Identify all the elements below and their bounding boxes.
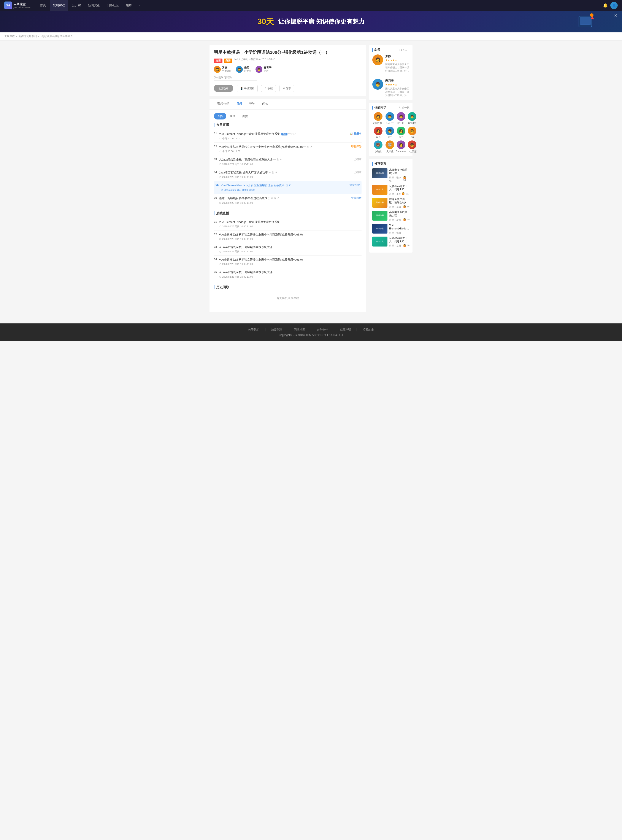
- svg-point-3: [590, 14, 593, 17]
- lesson-link[interactable]: Vue Element+Node.js开发企业通用管理后台系统: [221, 184, 282, 187]
- lesson-time: ⏱2020/02/26 周四 10:00-11:00: [219, 275, 361, 278]
- rec-teacher-4: 讲师：张田: [389, 231, 401, 234]
- classmate-6[interactable]: 👩 1867**: [396, 127, 406, 139]
- sub-tabs: 直播 录播 面授: [214, 113, 361, 119]
- lesson-time: ⏱2020/02/26 周四 10:00-11:00: [219, 176, 352, 179]
- classmate-11[interactable]: 👦 qq_天蓬: [408, 141, 416, 153]
- footer-link-partner[interactable]: 合作伙伴: [317, 328, 328, 331]
- course-meta: 246人已学习 · 有效期至: 2019-10-21: [234, 58, 276, 61]
- edit-icon[interactable]: ✏: [303, 145, 306, 148]
- rec-item-0[interactable]: 高级电商 高级电商全线系统大课 讲师：张小锋 🙋 34: [372, 168, 410, 182]
- edit-icon[interactable]: ✏: [282, 183, 285, 187]
- lesson-title: Vue Element+Node.js开发企业通用管理后台系统: [219, 220, 361, 224]
- footer-link-about[interactable]: 关于我们: [248, 328, 259, 331]
- tab-review[interactable]: 评论: [246, 99, 259, 109]
- classmate-avatar-9: 🐺: [386, 141, 394, 149]
- clock-icon: ⏱: [219, 202, 221, 204]
- history-title: 历史回顾: [214, 285, 361, 289]
- footer-link-sitemap[interactable]: 网站地图: [294, 328, 305, 331]
- teacher-card-0: 👩 罗静 ★★★★☆ 国内某重点大学安全工程专业硕士，国家一级注册消防工程师、注…: [372, 55, 410, 76]
- lesson-status[interactable]: 查看回放: [347, 183, 360, 187]
- classmate-0[interactable]: 👩 化学教书...: [372, 112, 384, 125]
- collect-button[interactable]: ☆ 收藏: [261, 85, 276, 92]
- nav-news[interactable]: 新闻资讯: [85, 0, 103, 11]
- teacher-card-info-1: 宋利坚 ★★★★☆ 国内某重点大学安全工程专业硕士，国家一级注册消防工程师、注册…: [385, 79, 410, 97]
- edit-icon[interactable]: ✏: [269, 171, 271, 174]
- share-icon[interactable]: ↗: [277, 196, 279, 200]
- refresh-classmates-button[interactable]: ↻ 换一换: [399, 106, 410, 110]
- subtab-offline[interactable]: 面授: [239, 113, 252, 119]
- copy-icon[interactable]: ⎘: [291, 132, 293, 136]
- rec-item-2[interactable]: 前端全栈 前端全栈加强版！前端全栈+全周期+多维应用 讲师：岳田 🙋 56: [372, 198, 410, 208]
- logo[interactable]: 云朵 云朵课堂 yundouketan.com: [4, 2, 30, 9]
- lesson-time: ⏱2020/02/26 周四 10:00-11:00: [219, 263, 361, 266]
- classmate-2[interactable]: 👧 张小田: [396, 112, 406, 125]
- lesson-item: 06 跟随千万级项目从0到100全过程高效成长 ✏ ⎘ ↗ ⏱2020/02/2…: [214, 194, 361, 207]
- nav-open[interactable]: 公开课: [69, 0, 84, 11]
- tab-intro[interactable]: 课程介绍: [214, 99, 233, 109]
- edit-icon[interactable]: ✏: [288, 132, 291, 136]
- footer-link-recruit[interactable]: 招贤纳士: [363, 328, 374, 331]
- share-icon[interactable]: ↗: [279, 158, 282, 161]
- subtab-record[interactable]: 录播: [226, 113, 239, 119]
- prev-teacher-button[interactable]: ‹: [399, 48, 399, 52]
- classmate-1[interactable]: 👦 1567**: [386, 112, 394, 125]
- rec-item-5[interactable]: Java工具 玩转Java开发工具，精通JUC，成为开发多面手 讲师：岳田 🙋 …: [372, 237, 410, 247]
- copy-icon[interactable]: ⎘: [286, 183, 287, 187]
- footer-link-agent[interactable]: 加盟代理: [271, 328, 282, 331]
- tab-catalog[interactable]: 目录: [233, 99, 246, 109]
- teachers-panel: 名师 ‹ 1 / 10 › 👩 罗静 ★★★★☆ 国内某重点大学安全工程专业硕士…: [369, 45, 413, 100]
- lesson-title: Vue全家桶实战 从零独立开发企业级小米电商系统(免费升级Vue3.0): [219, 258, 361, 262]
- classmate-3[interactable]: 👨 Charles: [408, 112, 416, 125]
- breadcrumb-link-1[interactable]: 新媒体营销系列: [18, 35, 37, 38]
- nav-discover[interactable]: 发现课程: [50, 0, 68, 11]
- classmate-10[interactable]: 👩 Summers: [396, 141, 406, 153]
- banner-decoration: [577, 12, 596, 31]
- lesson-num: 03: [214, 245, 219, 249]
- buy-button[interactable]: 已购买: [214, 85, 233, 92]
- classmate-8[interactable]: 🐻 小熊熊: [372, 141, 384, 153]
- nav-home[interactable]: 首页: [37, 0, 49, 11]
- classmate-avatar-7: 👨: [408, 127, 416, 135]
- footer-link-disclaimer[interactable]: 免责声明: [340, 328, 351, 331]
- share-icon[interactable]: ↗: [288, 183, 291, 187]
- edit-icon[interactable]: ✏: [273, 158, 276, 161]
- nav-right: 🔔 👤: [603, 2, 618, 9]
- lesson-status[interactable]: 查看回放: [349, 196, 361, 200]
- lesson-item: 02 Vue全家桶实战 从零独立开发企业级小米电商系统(免费升级Vue3.0) …: [214, 143, 361, 156]
- teacher-card-1: 👨 宋利坚 ★★★★☆ 国内某重点大学安全工程专业硕士，国家一级注册消防工程师、…: [372, 79, 410, 97]
- empty-history: 暂无历史回顾课程: [214, 292, 361, 304]
- subtab-live[interactable]: 直播: [214, 113, 226, 119]
- mobile-watch-button[interactable]: 📱 手机观看: [237, 85, 258, 92]
- teacher-page-indicator: 1 / 10: [401, 48, 407, 52]
- nav-exam[interactable]: 题库: [123, 0, 135, 11]
- banner-close[interactable]: ✕: [614, 13, 618, 18]
- share-icon[interactable]: ↗: [309, 145, 312, 148]
- copy-icon[interactable]: ⎘: [274, 196, 276, 200]
- classmate-4[interactable]: 👩 1767**: [372, 127, 384, 139]
- share-button[interactable]: ⟲ 分享: [279, 85, 294, 92]
- classmate-5[interactable]: 👦 1567**: [386, 127, 394, 139]
- classmate-7[interactable]: 👨 Bill: [408, 127, 416, 139]
- edit-icon[interactable]: ✏: [271, 196, 274, 200]
- notification-bell[interactable]: 🔔: [603, 3, 608, 8]
- rec-item-3[interactable]: 高级电商 高级电商全线系统大课 讲师：冷峰 🙋 40: [372, 211, 410, 221]
- rec-panel-title: 推荐课程: [372, 162, 386, 166]
- lesson-status[interactable]: 📊 直播中: [348, 132, 361, 136]
- copy-icon[interactable]: ⎘: [307, 145, 309, 148]
- tab-qa[interactable]: 问答: [259, 99, 272, 109]
- share-icon[interactable]: ↗: [274, 171, 277, 174]
- copy-icon[interactable]: ⎘: [272, 171, 274, 174]
- teacher-card-info-0: 罗静 ★★★★☆ 国内某重点大学安全工程专业硕士，国家一级注册消防工程师、注册安…: [385, 55, 410, 73]
- user-avatar[interactable]: 👤: [610, 2, 618, 9]
- classmate-9[interactable]: 🐺 大笨狼: [386, 141, 394, 153]
- share-icon[interactable]: ↗: [294, 132, 297, 136]
- rec-title-1: 玩转Java开发工具，精通JUC，成为开发多面手: [389, 185, 410, 191]
- breadcrumb-link-0[interactable]: 发现课程: [4, 35, 15, 38]
- rec-item-1[interactable]: Java工具 玩转Java开发工具，精通JUC，成为开发多面手 讲师：王磊 🙋 …: [372, 185, 410, 195]
- rec-item-4[interactable]: Vue管理 Vue Element+Node.js开发企业通用管理后台系统 讲师…: [372, 224, 410, 234]
- nav-more[interactable]: ···: [136, 0, 145, 11]
- copy-icon[interactable]: ⎘: [277, 158, 279, 161]
- next-teacher-button[interactable]: ›: [409, 48, 410, 52]
- nav-qa[interactable]: 问答社区: [104, 0, 122, 11]
